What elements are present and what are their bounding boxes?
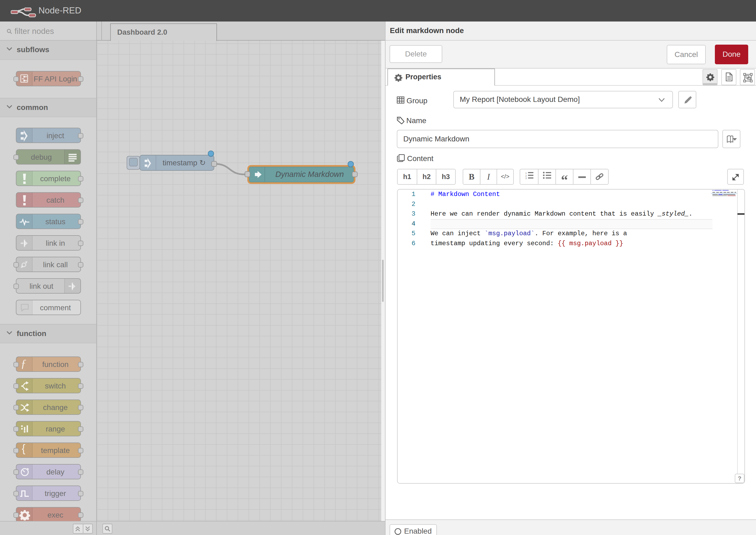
svg-text:3: 3 — [525, 177, 527, 179]
svg-text:1: 1 — [525, 172, 527, 175]
